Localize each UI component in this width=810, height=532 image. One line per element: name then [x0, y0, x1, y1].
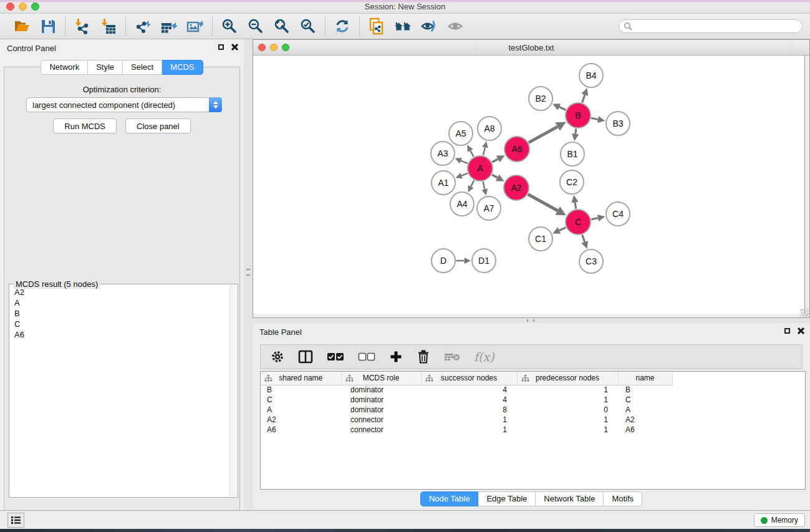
- float-panel-icon[interactable]: [784, 328, 790, 334]
- import-network-icon[interactable]: [74, 17, 91, 35]
- graph-edge-A-A7[interactable]: [483, 181, 485, 189]
- graph-edge-A-A3[interactable]: [461, 161, 468, 163]
- close-panel-icon[interactable]: [231, 44, 238, 51]
- table-cell[interactable]: A: [618, 405, 672, 415]
- zoom-out-icon[interactable]: [247, 17, 264, 35]
- graph-edge-A2-C[interactable]: [528, 194, 557, 210]
- table-cell[interactable]: dominator: [341, 395, 421, 405]
- table-cell[interactable]: connector: [341, 425, 421, 435]
- graph-edge-A-A5[interactable]: [470, 150, 473, 157]
- network-window-titlebar[interactable]: testGlobe.txt: [253, 40, 809, 56]
- search-input[interactable]: [619, 19, 803, 33]
- deselect-all-icon[interactable]: [358, 349, 375, 364]
- eye-icon[interactable]: [446, 17, 464, 35]
- column-header-MCDS-role[interactable]: MCDS role: [341, 372, 421, 385]
- tab-motifs[interactable]: Motifs: [604, 491, 642, 506]
- table-cell[interactable]: dominator: [341, 385, 421, 395]
- optimization-criterion-dropdown[interactable]: largest connected component (directed): [26, 97, 222, 112]
- graph-edge-B-B2[interactable]: [559, 107, 566, 110]
- tab-network[interactable]: Network: [41, 60, 88, 75]
- table-cell[interactable]: 1: [421, 415, 517, 425]
- table-cell[interactable]: C: [261, 395, 341, 405]
- table-cell[interactable]: 1: [517, 385, 618, 395]
- close-panel-button[interactable]: Close panel: [125, 118, 191, 133]
- table-cell[interactable]: A2: [618, 415, 672, 425]
- add-column-icon[interactable]: [389, 349, 403, 364]
- table-cell[interactable]: A6: [618, 425, 672, 435]
- export-table-icon[interactable]: [160, 17, 178, 35]
- graph-edge-A-A2[interactable]: [492, 175, 498, 178]
- refresh-layout-icon[interactable]: [334, 17, 351, 35]
- table-cell[interactable]: 4: [421, 385, 517, 395]
- houses-icon[interactable]: [394, 17, 412, 35]
- graph-edge-B-B4[interactable]: [582, 95, 585, 102]
- table-cell[interactable]: A: [261, 405, 341, 415]
- graph-edge-A-A6[interactable]: [492, 159, 498, 162]
- eye-slash-icon[interactable]: [420, 17, 438, 35]
- graph-edge-A-A1[interactable]: [461, 173, 468, 176]
- function-builder-icon[interactable]: f(x): [474, 349, 494, 364]
- network-canvas[interactable]: B4B2BB3A8A5A6B1A3AA1C2A2A4A7C4CC1C3DD1: [253, 56, 805, 314]
- table-cell[interactable]: 8: [421, 405, 517, 415]
- float-panel-icon[interactable]: [218, 44, 224, 50]
- tab-node-table[interactable]: Node Table: [420, 491, 479, 506]
- run-mcds-button[interactable]: Run MCDS: [53, 118, 117, 133]
- close-panel-icon[interactable]: [797, 327, 804, 334]
- vertical-splitter[interactable]: [244, 39, 253, 510]
- save-session-icon[interactable]: [39, 17, 57, 35]
- select-all-icon[interactable]: [327, 349, 344, 364]
- graph-edge-B-B1[interactable]: [576, 128, 576, 133]
- zoom-fit-icon[interactable]: [273, 17, 291, 35]
- graph-edge-C-C1[interactable]: [559, 228, 566, 231]
- table-cell[interactable]: B: [618, 385, 672, 395]
- graph-edge-A-A4[interactable]: [471, 180, 474, 186]
- tab-mcds[interactable]: MCDS: [162, 60, 203, 75]
- memory-button[interactable]: Memory: [754, 513, 805, 527]
- zoom-in-icon[interactable]: [221, 17, 238, 35]
- task-history-button[interactable]: [7, 513, 24, 528]
- import-table-icon[interactable]: [100, 17, 117, 35]
- column-header-successor-nodes[interactable]: successor nodes: [421, 372, 517, 385]
- table-cell[interactable]: connector: [341, 415, 421, 425]
- table-row[interactable]: Bdominator41B: [261, 385, 805, 395]
- delete-table-icon[interactable]: [444, 349, 460, 364]
- result-scrollbar[interactable]: [229, 285, 237, 496]
- result-item[interactable]: B: [10, 308, 229, 319]
- table-cell[interactable]: B: [261, 385, 341, 395]
- open-session-icon[interactable]: [13, 17, 31, 35]
- column-header-name[interactable]: name: [618, 372, 672, 385]
- table-cell[interactable]: C: [618, 395, 672, 405]
- table-cell[interactable]: 0: [517, 405, 618, 415]
- export-network-icon[interactable]: [134, 17, 152, 35]
- trash-icon[interactable]: [417, 349, 430, 364]
- table-cell[interactable]: dominator: [341, 405, 421, 415]
- tab-network-table[interactable]: Network Table: [536, 491, 604, 506]
- table-row[interactable]: A6connector11A6: [261, 425, 805, 435]
- table-cell[interactable]: 1: [517, 395, 618, 405]
- result-item[interactable]: A2: [10, 287, 229, 297]
- horizontal-splitter[interactable]: [253, 318, 810, 323]
- table-cell[interactable]: 1: [517, 425, 618, 435]
- tab-style[interactable]: Style: [88, 60, 123, 75]
- graph-edge-A6-B[interactable]: [529, 127, 557, 143]
- zoom-selected-icon[interactable]: [299, 17, 317, 35]
- table-cell[interactable]: A2: [261, 415, 341, 425]
- copy-documents-icon[interactable]: [368, 17, 385, 35]
- graph-edge-C-C2[interactable]: [575, 202, 576, 208]
- column-header-predecessor-nodes[interactable]: predecessor nodes: [517, 372, 618, 385]
- result-item[interactable]: A6: [10, 329, 229, 340]
- graph-edge-B-B3[interactable]: [591, 118, 598, 119]
- table-cell[interactable]: A6: [261, 425, 341, 435]
- result-item[interactable]: C: [10, 319, 229, 329]
- table-row[interactable]: Adominator80A: [261, 405, 805, 415]
- column-header-shared-name[interactable]: shared name: [261, 372, 341, 385]
- table-row[interactable]: Cdominator41C: [261, 395, 805, 405]
- graph-edge-C-C4[interactable]: [591, 218, 598, 220]
- columns-icon[interactable]: [298, 349, 313, 364]
- export-image-icon[interactable]: [186, 17, 204, 35]
- table-row[interactable]: A2connector11A2: [261, 415, 805, 425]
- table-cell[interactable]: 1: [517, 415, 618, 425]
- resize-grip-icon[interactable]: [801, 309, 809, 317]
- graph-edge-C-C3[interactable]: [582, 235, 585, 242]
- table-cell[interactable]: 4: [421, 395, 517, 405]
